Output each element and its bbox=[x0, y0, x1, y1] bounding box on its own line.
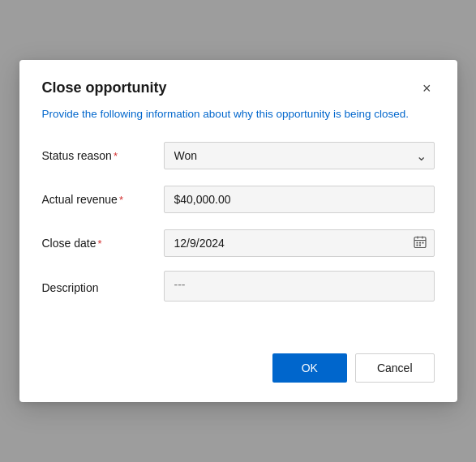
dialog-subtitle: Provide the following information about … bbox=[42, 107, 435, 122]
required-indicator: * bbox=[119, 194, 123, 206]
close-date-label: Close date* bbox=[42, 237, 164, 250]
close-button[interactable]: × bbox=[419, 79, 435, 97]
status-reason-label: Status reason* bbox=[42, 149, 164, 162]
status-reason-select-wrapper: Won Lost Canceled Out-Sold ⌄ bbox=[164, 142, 435, 169]
close-date-row: Close date* bbox=[42, 227, 435, 259]
dialog-header: Close opportunity × bbox=[42, 79, 435, 97]
dialog-title: Close opportunity bbox=[42, 79, 167, 96]
description-label: Description bbox=[42, 281, 164, 294]
close-date-wrapper bbox=[164, 229, 435, 257]
actual-revenue-field bbox=[164, 186, 435, 213]
cancel-button[interactable]: Cancel bbox=[355, 353, 435, 383]
description-field bbox=[164, 271, 435, 305]
dialog-footer: OK Cancel bbox=[42, 353, 435, 383]
actual-revenue-input[interactable] bbox=[164, 186, 435, 213]
description-row: Description bbox=[42, 271, 435, 305]
status-reason-row: Status reason* Won Lost Canceled Out-Sol… bbox=[42, 139, 435, 172]
close-icon: × bbox=[422, 81, 431, 96]
dialog-overlay: Close opportunity × Provide the followin… bbox=[0, 0, 476, 462]
required-indicator: * bbox=[97, 237, 101, 250]
required-indicator: * bbox=[114, 150, 118, 162]
actual-revenue-row: Actual revenue* bbox=[42, 183, 435, 216]
status-reason-field: Won Lost Canceled Out-Sold ⌄ bbox=[164, 142, 435, 169]
close-date-input[interactable] bbox=[164, 229, 435, 257]
ok-button[interactable]: OK bbox=[272, 353, 347, 383]
description-input[interactable] bbox=[164, 271, 435, 302]
actual-revenue-label: Actual revenue* bbox=[42, 193, 164, 206]
close-date-field bbox=[164, 229, 435, 257]
close-opportunity-dialog: Close opportunity × Provide the followin… bbox=[19, 60, 457, 403]
status-reason-select[interactable]: Won Lost Canceled Out-Sold bbox=[164, 142, 435, 169]
